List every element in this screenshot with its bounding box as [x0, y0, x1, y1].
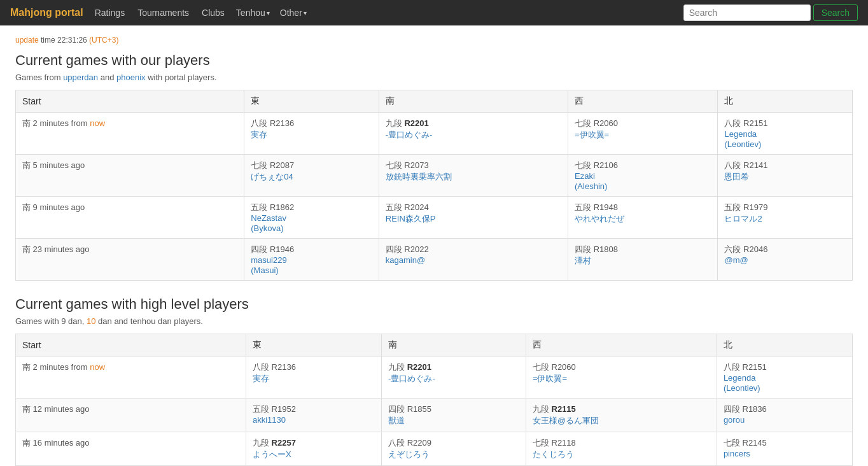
- brand-logo[interactable]: Mahjong portal: [10, 7, 83, 18]
- player-link[interactable]: -豊口めぐみ-: [386, 129, 561, 141]
- navbar: Mahjong portal Ratings Tournaments Clubs…: [0, 0, 868, 25]
- cell-start: 南 9 minutes ago: [16, 197, 244, 239]
- cell-west: 七段 R2060=伊吹翼=: [568, 113, 718, 155]
- nav-clubs[interactable]: Clubs: [200, 5, 226, 20]
- cell-south: 九段 R2201-豊口めぐみ-: [382, 357, 526, 399]
- col-start-1: Start: [16, 90, 244, 113]
- col-south-2: 南: [382, 334, 526, 357]
- update-time: update time 22:31:26 (UTC+3): [15, 36, 853, 45]
- cell-east: 九段 R2257ようへーX: [246, 432, 381, 466]
- player-link[interactable]: akki1130: [253, 415, 375, 425]
- cell-east: 四段 R1946masui229 (Masui): [244, 239, 379, 281]
- start-text: 南 16 minutes ago: [22, 438, 90, 448]
- player-link[interactable]: 実存: [253, 373, 375, 385]
- col-north-2: 北: [717, 334, 852, 357]
- cell-west: 七段 R2118たくじろう: [526, 432, 717, 466]
- cell-start: 南 12 minutes ago: [16, 399, 246, 432]
- player-link[interactable]: kagamin@: [386, 255, 561, 265]
- cell-south: 四段 R2022kagamin@: [379, 239, 568, 281]
- cell-west: 七段 R2106Ezaki (Aleshin): [568, 155, 718, 197]
- player-link[interactable]: -豊口めぐみ-: [388, 373, 519, 385]
- player-link[interactable]: ようへーX: [253, 449, 375, 460]
- start-text: 南 2 minutes from now: [22, 362, 105, 372]
- player-link[interactable]: たくじろう: [533, 449, 710, 460]
- player-link[interactable]: 獣道: [388, 415, 519, 427]
- cell-north: 八段 R2151Legenda (Leontiev): [717, 357, 852, 399]
- player-link-2[interactable]: (Leontiev): [724, 139, 761, 149]
- nav-tournaments[interactable]: Tournaments: [136, 5, 190, 20]
- table-row: 南 12 minutes ago五段 R1952akki1130四段 R1855…: [16, 399, 853, 432]
- player-link[interactable]: Ezaki: [575, 171, 711, 181]
- start-text: 南 2 minutes from now: [22, 118, 105, 128]
- cell-south: 七段 R2073放銃時裏乗率六割: [379, 155, 568, 197]
- search-input[interactable]: [683, 4, 811, 21]
- player-link[interactable]: 恩田希: [724, 171, 846, 183]
- cell-start: 南 5 minutes ago: [16, 155, 244, 197]
- search-button[interactable]: Search: [813, 4, 858, 21]
- col-start-2: Start: [16, 334, 246, 357]
- cell-north: 八段 R2151Legenda (Leontiev): [718, 113, 853, 155]
- player-link-2[interactable]: (Bykova): [251, 223, 283, 233]
- player-link[interactable]: やれやれだぜ: [575, 213, 711, 225]
- table-row: 南 2 minutes from now八段 R2136実存九段 R2201-豊…: [16, 357, 853, 399]
- cell-north: 五段 R1979ヒロマル2: [718, 197, 853, 239]
- update-word: update: [15, 36, 39, 45]
- player-link-2[interactable]: (Masui): [251, 265, 278, 275]
- cell-start: 南 23 minutes ago: [16, 239, 244, 281]
- nav-ratings[interactable]: Ratings: [94, 5, 126, 20]
- player-link[interactable]: 女王様@るん軍団: [533, 415, 710, 427]
- col-east-2: 東: [246, 334, 381, 357]
- section1-table: Start 東 南 西 北 南 2 minutes from now八段 R21…: [15, 90, 853, 281]
- player-link[interactable]: ヒロマル2: [724, 213, 846, 225]
- nav-other[interactable]: Other ▾: [280, 8, 307, 18]
- player-link-2[interactable]: (Aleshin): [575, 181, 607, 191]
- player-link[interactable]: =伊吹翼=: [533, 373, 710, 385]
- player-link[interactable]: Legenda: [724, 129, 846, 139]
- player-link[interactable]: =伊吹翼=: [575, 129, 711, 141]
- cell-east: 五段 R1952akki1130: [246, 399, 381, 432]
- start-text: 南 9 minutes ago: [22, 202, 85, 212]
- cell-west: 四段 R1808澤村: [568, 239, 718, 281]
- player-link[interactable]: pincers: [724, 449, 846, 458]
- nav-tenhou[interactable]: Tenhou ▾: [236, 8, 270, 18]
- cell-east: 五段 R1862NeZastav (Bykova): [244, 197, 379, 239]
- player-link[interactable]: 実存: [251, 129, 372, 141]
- player-link[interactable]: NeZastav: [251, 213, 372, 223]
- player-link[interactable]: 放銃時裏乗率六割: [386, 171, 561, 183]
- table-row: 南 5 minutes ago七段 R2087げちぇな04七段 R2073放銃時…: [16, 155, 853, 197]
- player-link[interactable]: えぞじろう: [388, 449, 519, 460]
- cell-north: 八段 R2141恩田希: [718, 155, 853, 197]
- section2-title: Current games with high level players: [15, 296, 853, 313]
- player-link[interactable]: gorou: [724, 415, 846, 425]
- cell-south: 五段 R2024REIN森久保P: [379, 197, 568, 239]
- player-link[interactable]: REIN森久保P: [386, 213, 561, 225]
- player-link[interactable]: masui229: [251, 255, 372, 265]
- cell-west: 七段 R2060=伊吹翼=: [526, 357, 717, 399]
- utc-label: (UTC+3): [89, 36, 118, 45]
- section1-subtitle: Games from upperdan and phoenix with por…: [15, 73, 853, 82]
- table-row: 南 23 minutes ago四段 R1946masui229 (Masui)…: [16, 239, 853, 281]
- section2-table: Start 東 南 西 北 南 2 minutes from now八段 R21…: [15, 334, 853, 466]
- player-link[interactable]: @m@: [724, 255, 846, 265]
- section1-title: Current games with our players: [15, 52, 853, 69]
- col-west-1: 西: [568, 90, 718, 113]
- player-link[interactable]: 澤村: [575, 255, 711, 267]
- cell-south: 九段 R2201-豊口めぐみ-: [379, 113, 568, 155]
- col-east-1: 東: [244, 90, 379, 113]
- col-west-2: 西: [526, 334, 717, 357]
- cell-start: 南 2 minutes from now: [16, 357, 246, 399]
- table-row: 南 2 minutes from now八段 R2136実存九段 R2201-豊…: [16, 113, 853, 155]
- cell-east: 八段 R2136実存: [246, 357, 381, 399]
- player-link[interactable]: Legenda: [724, 373, 846, 383]
- cell-west: 五段 R1948やれやれだぜ: [568, 197, 718, 239]
- table-row: 南 9 minutes ago五段 R1862NeZastav (Bykova)…: [16, 197, 853, 239]
- player-link-2[interactable]: (Leontiev): [724, 383, 760, 393]
- col-south-1: 南: [379, 90, 568, 113]
- main-content: update time 22:31:26 (UTC+3) Current gam…: [0, 25, 868, 466]
- cell-north: 七段 R2145pincers: [717, 432, 852, 466]
- cell-east: 八段 R2136実存: [244, 113, 379, 155]
- cell-south: 八段 R2209えぞじろう: [382, 432, 526, 466]
- search-area: Search: [683, 4, 858, 21]
- cell-north: 四段 R1836gorou: [717, 399, 852, 432]
- player-link[interactable]: げちぇな04: [251, 171, 372, 183]
